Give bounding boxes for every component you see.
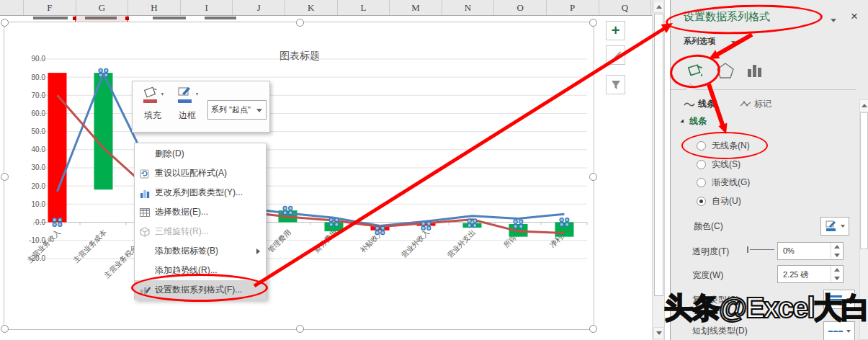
tab-line[interactable]: 线条 bbox=[684, 98, 715, 110]
column-header-H[interactable]: H bbox=[128, 0, 181, 15]
resize-handle[interactable] bbox=[589, 173, 597, 181]
pane-menu-chevron-icon[interactable] bbox=[831, 19, 836, 22]
menu-item-label: 更改系列图表类型(Y)... bbox=[155, 187, 243, 199]
dash-type-dropdown[interactable] bbox=[823, 321, 855, 340]
chart-filters-button[interactable] bbox=[606, 75, 625, 94]
column-header-O[interactable]: O bbox=[494, 0, 547, 15]
radio-option[interactable]: 自动(U) bbox=[697, 192, 750, 211]
column-header-Q[interactable]: Q bbox=[599, 0, 652, 15]
resize-handle[interactable] bbox=[1, 325, 9, 333]
menu-item-label: 重设以匹配样式(A) bbox=[155, 167, 227, 179]
menu-item[interactable]: 添加数据标签(B) bbox=[135, 241, 266, 261]
chart-styles-button[interactable] bbox=[606, 45, 625, 65]
up-arrow-icon bbox=[862, 104, 867, 107]
close-icon[interactable]: × bbox=[851, 10, 858, 22]
resize-handle[interactable] bbox=[589, 325, 597, 333]
divider bbox=[671, 89, 856, 90]
bar-chart-icon bbox=[745, 61, 764, 80]
fill-line-tab[interactable] bbox=[684, 59, 707, 82]
chart-elements-button[interactable]: + bbox=[606, 21, 625, 40]
series-selector-dropdown[interactable]: 系列 "起点" bbox=[207, 100, 267, 120]
up-arrow-icon bbox=[656, 5, 662, 9]
column-header-F[interactable]: F bbox=[24, 0, 76, 15]
pane-scroll-up-button[interactable] bbox=[860, 100, 868, 111]
radio-label: 渐变线(G) bbox=[712, 176, 750, 189]
menu-item-label: 添加数据标签(B) bbox=[155, 245, 218, 257]
fill-button[interactable]: 填充 bbox=[137, 86, 169, 128]
color-label: 颜色(C) bbox=[694, 220, 723, 233]
column-header-M[interactable]: M bbox=[390, 0, 442, 15]
scroll-down-button[interactable] bbox=[653, 327, 664, 339]
worksheet-scrollbar[interactable] bbox=[652, 0, 665, 340]
resize-handle[interactable] bbox=[1, 19, 9, 27]
chart-object[interactable]: 90.080.070.060.050.040.030.020.010.00.0-… bbox=[4, 22, 594, 330]
range-handle[interactable] bbox=[125, 17, 129, 20]
column-header-stub bbox=[0, 0, 24, 15]
color-picker-button[interactable] bbox=[820, 217, 849, 236]
column-header-P[interactable]: P bbox=[547, 0, 599, 15]
column-header-N[interactable]: N bbox=[442, 0, 495, 15]
chevron-down-icon bbox=[846, 330, 851, 333]
menu-item[interactable]: 重设以匹配样式(A) bbox=[135, 164, 266, 183]
menu-item[interactable]: 删除(D) bbox=[135, 144, 266, 164]
pane-scroll-thumb[interactable] bbox=[860, 112, 868, 249]
radio-option[interactable]: 渐变线(G) bbox=[697, 174, 750, 192]
tab-marker[interactable]: 标记 bbox=[740, 98, 771, 110]
resize-handle[interactable] bbox=[296, 325, 304, 333]
column-header-K[interactable]: K bbox=[285, 0, 338, 15]
line-group-header[interactable]: 线条 bbox=[681, 115, 707, 128]
compound-type-dropdown[interactable] bbox=[823, 290, 855, 309]
outline-button[interactable]: 边框 bbox=[171, 86, 203, 128]
clipped-text bbox=[33, 17, 68, 19]
menu-item[interactable]: 选择数据(E)... bbox=[135, 202, 266, 222]
series-options-tab[interactable] bbox=[743, 59, 766, 82]
excel-window: FGHIJKLMNOPQ 90.080.070.060.050.040.030.… bbox=[0, 0, 868, 340]
transparency-spinner[interactable] bbox=[831, 243, 842, 259]
menu-item[interactable]: 添加趋势线(R)... bbox=[135, 261, 266, 280]
radio-circle[interactable] bbox=[697, 141, 706, 151]
resize-handle[interactable] bbox=[296, 19, 304, 27]
scroll-thumb[interactable] bbox=[654, 14, 663, 296]
column-header-L[interactable]: L bbox=[338, 0, 390, 15]
radio-label: 实线(S) bbox=[712, 158, 741, 171]
resize-handle[interactable] bbox=[589, 19, 597, 27]
radio-circle[interactable] bbox=[697, 160, 706, 169]
column-header-G[interactable]: G bbox=[76, 0, 129, 15]
series-options-label[interactable]: 系列选项 bbox=[684, 36, 715, 47]
spin-up-icon bbox=[834, 268, 840, 272]
chart-plot[interactable]: 90.080.070.060.050.040.030.020.010.00.0-… bbox=[4, 22, 594, 329]
radio-circle[interactable] bbox=[697, 197, 706, 206]
radio-option[interactable]: 无线条(N) bbox=[697, 137, 750, 156]
menu-item[interactable]: 更改系列图表类型(Y)... bbox=[135, 183, 266, 202]
width-spinner[interactable] bbox=[831, 266, 842, 282]
width-input[interactable]: 2.25 磅 bbox=[777, 265, 844, 283]
transparency-value: 0% bbox=[783, 246, 795, 255]
transparency-input[interactable]: 0% bbox=[777, 242, 844, 260]
effects-tab[interactable] bbox=[714, 59, 737, 82]
resize-handle[interactable] bbox=[1, 173, 9, 181]
radio-option[interactable]: 实线(S) bbox=[697, 156, 750, 174]
scroll-up-button[interactable] bbox=[653, 1, 664, 13]
transparency-slider-handle[interactable] bbox=[747, 246, 748, 253]
column-header-J[interactable]: J bbox=[233, 0, 285, 15]
menu-item: 三维旋转(R)... bbox=[135, 222, 266, 241]
column-header-row: FGHIJKLMNOPQ bbox=[0, 0, 652, 16]
svg-text:营业外支出: 营业外支出 bbox=[446, 228, 477, 259]
chart-title[interactable]: 图表标题 bbox=[4, 50, 595, 63]
column-header-I[interactable]: I bbox=[181, 0, 233, 15]
spin-down-icon bbox=[834, 277, 840, 280]
transparency-slider-track[interactable] bbox=[750, 249, 774, 250]
clipped-text bbox=[85, 17, 117, 19]
radio-circle[interactable] bbox=[697, 178, 706, 187]
spin-up-icon bbox=[834, 245, 840, 249]
dash-type-label: 短划线类型(D) bbox=[692, 325, 748, 337]
down-arrow-icon bbox=[656, 331, 662, 335]
menu-item[interactable]: 设置数据系列格式(F)... bbox=[135, 280, 266, 300]
compound-lines-icon bbox=[828, 295, 843, 305]
range-handle[interactable] bbox=[73, 17, 76, 20]
spin-down-icon bbox=[834, 254, 840, 257]
plus-icon: + bbox=[612, 23, 620, 37]
pane-scrollbar[interactable] bbox=[859, 99, 868, 340]
svg-text:主营业务成本: 主营业务成本 bbox=[71, 228, 108, 265]
series-options-chevron-icon[interactable] bbox=[731, 41, 735, 44]
